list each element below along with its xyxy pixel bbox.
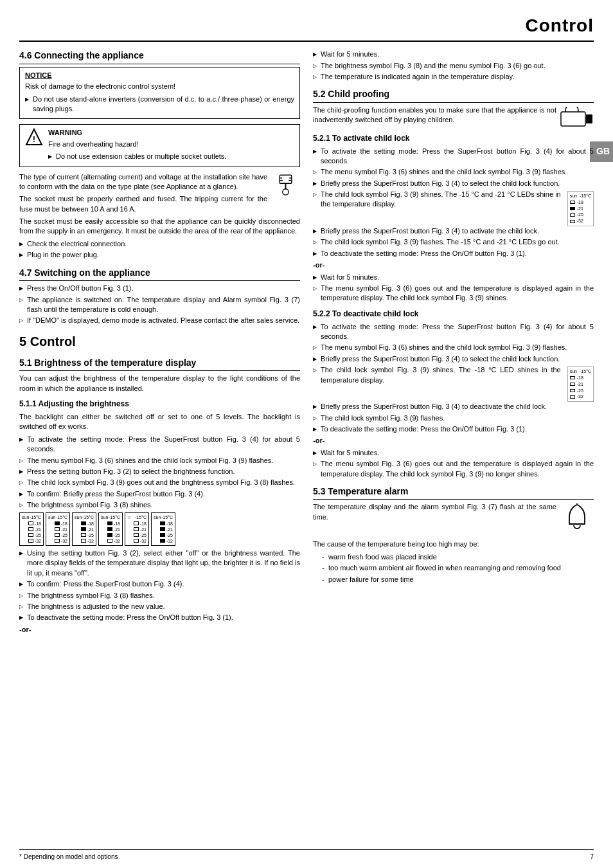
notice-line-1: Risk of damage to the electronic control… — [25, 82, 294, 91]
or-label-511: -or- — [19, 625, 300, 635]
warning-content: WARNING Fire and overheating hazard! Do … — [48, 128, 226, 163]
svg-rect-9 — [561, 112, 585, 126]
s522-after-or-b1: Wait for 5 minutes. — [313, 448, 594, 458]
right-column: Wait for 5 minutes. The brightness symbo… — [313, 50, 594, 641]
heading-521: 5.2.1 To activate child lock — [313, 133, 594, 144]
s511-b4: The child lock symbol Fig. 3 (9) goes ou… — [19, 478, 300, 487]
s511-b6: The brightness symbol Fig. 3 (8) shines. — [19, 500, 300, 510]
heading-52: 5.2 Child proofing — [313, 88, 594, 103]
s511-b2: The menu symbol Fig. 3 (6) shines and th… — [19, 456, 300, 466]
s522-after-or-b2: The menu symbol Fig. 3 (6) goes out and … — [313, 459, 594, 479]
s511-b8: To confirm: Press the SuperFrost button … — [19, 579, 300, 589]
section-53: 5.3 Temperature alarm The temperature di… — [313, 485, 594, 584]
heading-511: 5.1.1 Adjusting the brightness — [19, 399, 300, 410]
s46-para-2: The socket must be properly earthed and … — [19, 194, 300, 214]
s51-para: You can adjust the brightness of the tem… — [19, 374, 300, 393]
s47-filled-1: Press the On/Off button Fig. 3 (1). — [19, 284, 300, 293]
s47-open-1: The appliance is switched on. The temper… — [19, 295, 300, 315]
content-area: 4.6 Connecting the appliance NOTICE Risk… — [19, 50, 594, 641]
section-46: 4.6 Connecting the appliance NOTICE Risk… — [19, 50, 300, 260]
temp-disp-6: sun-15°C -18 -21 -25 -32 — [151, 512, 175, 545]
temp-disp-5: ☆-15°C -18 -21 -25 -32 — [125, 512, 149, 545]
temp-display-row: sun-15°C -18 -21 -25 -32 sun-15°C -18 -2… — [19, 512, 300, 545]
temp-disp-4: sun-15°C -18 -21 -25 -32 — [98, 512, 123, 545]
s511-b7: Using the setting button Fig. 3 (2), sel… — [19, 548, 300, 578]
notice-box: NOTICE Risk of damage to the electronic … — [19, 67, 300, 120]
s47-open-2: If "DEMO" is displayed, demo mode is act… — [19, 316, 300, 325]
s53-para2: The cause of the temperature being too h… — [313, 539, 594, 549]
s522-b4: The child lock symbol Fig. 3 (9) shines.… — [313, 365, 561, 385]
s522-b6: The child lock symbol Fig. 3 (9) flashes… — [313, 413, 594, 423]
heading-46: 4.6 Connecting the appliance — [19, 50, 300, 64]
s521-b4-area: The child lock symbol Fig. 3 (9) shines.… — [313, 190, 594, 226]
s522-b5: Briefly press the SuperFrost button Fig.… — [313, 402, 594, 411]
warning-title: WARNING — [48, 128, 226, 138]
s46-para-3: The socket must be easily accessible so … — [19, 217, 300, 237]
or-label-522: -or- — [313, 436, 594, 446]
child-lock-icon — [560, 107, 594, 127]
s53-intro-area: The temperature display and the alarm sy… — [313, 502, 594, 534]
dash-item-1: warm fresh food was placed inside — [322, 552, 594, 562]
s511-para: The backlight can either be switched off… — [19, 412, 300, 432]
chapter-5-heading: 5 Control — [19, 332, 300, 350]
s521-b7: To deactivate the setting mode: Press th… — [313, 249, 594, 258]
page-title: Control — [525, 13, 594, 38]
warning-triangle-icon: ! — [25, 128, 43, 146]
s511-b3: Press the setting button Fig. 3 (2) to s… — [19, 467, 300, 476]
s521-b3: Briefly press the SuperFrost button Fig.… — [313, 179, 594, 188]
s46-bullet-1: Check the electrical connection. — [19, 239, 300, 249]
svg-rect-10 — [586, 114, 592, 123]
s521-b1: To activate the setting mode: Press the … — [313, 147, 594, 167]
rc-b1: Wait for 5 minutes. — [313, 50, 594, 59]
or-label-521: -or- — [313, 260, 594, 270]
s46-bullet-2: Plug in the power plug. — [19, 250, 300, 260]
s46-para-1: The type of current (alternating current… — [19, 172, 300, 192]
s52-intro-area: The child-proofing function enables you … — [313, 105, 594, 128]
dash-item-3: power failure for some time — [322, 575, 594, 584]
right-col-intro: Wait for 5 minutes. The brightness symbo… — [313, 50, 594, 82]
temp-disp-1: sun-15°C -18 -21 -25 -32 — [19, 512, 44, 545]
s521-b4: The child lock symbol Fig. 3 (9) shines.… — [313, 190, 561, 210]
temp-disp-3: sun-15°C -18 -21 -25 -32 — [72, 512, 96, 545]
s521-b2: The menu symbol Fig. 3 (6) shines and th… — [313, 167, 594, 177]
s522-b3: Briefly press the SuperFrost button Fig.… — [313, 354, 594, 364]
section-47: 4.7 Switching on the appliance Press the… — [19, 267, 300, 326]
section-5: 5 Control — [19, 332, 300, 350]
s52-para: The child-proofing function enables you … — [313, 105, 556, 125]
s522-b4-area: The child lock symbol Fig. 3 (9) shines.… — [313, 365, 594, 402]
warning-icon: ! — [25, 128, 43, 149]
dash-item-2: too much warm ambient air flowed in when… — [322, 563, 594, 573]
s521-after-or-b2: The menu symbol Fig. 3 (6) goes out and … — [313, 284, 594, 303]
footer-note: * Depending on model and options — [19, 853, 118, 862]
section-51: 5.1 Brightness of the temperature displa… — [19, 357, 300, 635]
rc-b2: The brightness symbol Fig. 3 (8) and the… — [313, 61, 594, 71]
s511-b10: The brightness is adjusted to the new va… — [19, 602, 300, 611]
s511-b11: To deactivate the setting mode: Press th… — [19, 613, 300, 622]
s511-b5: To confirm: Briefly press the SuperFrost… — [19, 489, 300, 499]
s521-after-or-b1: Wait for 5 minutes. — [313, 273, 594, 282]
section-52: 5.2 Child proofing The child-proofing fu… — [313, 88, 594, 479]
page-footer: * Depending on model and options 7 — [19, 849, 594, 862]
s511-b9: The brightness symbol Fig. 3 (8) flashes… — [19, 591, 300, 601]
svg-text:!: ! — [33, 134, 35, 144]
temp-disp-2: sun-15°C -18 -21 -25 -32 — [46, 512, 70, 545]
page-header: Control — [19, 13, 594, 42]
s522-b7: To deactivate the setting mode: Press th… — [313, 424, 594, 434]
s46-body: The type of current (alternating current… — [19, 172, 300, 260]
s53-para: The temperature display and the alarm sy… — [313, 502, 556, 522]
page: Control GB 4.6 Connecting the appliance … — [0, 0, 613, 868]
s53-dash-list: warm fresh food was placed inside too mu… — [313, 552, 594, 584]
heading-53: 5.3 Temperature alarm — [313, 485, 594, 500]
temp-ind-right-2: sun-15°C -18 -21 -25 -32 — [567, 366, 594, 402]
s521-b6: The child lock symbol Fig. 3 (9) flashes… — [313, 237, 594, 247]
warning-line-1: Fire and overheating hazard! — [48, 140, 226, 149]
s511-b1: To activate the setting mode: Press the … — [19, 435, 300, 455]
s522-b1: To activate the setting mode: Press the … — [313, 322, 594, 342]
rc-b3: The temperature is indicated again in th… — [313, 72, 594, 82]
bell-icon — [560, 502, 594, 534]
warning-box: ! WARNING Fire and overheating hazard! D… — [19, 124, 300, 167]
warning-bullet-1: Do not use extension cables or multiple … — [48, 152, 226, 161]
heading-522: 5.2.2 To deactivate child lock — [313, 309, 594, 320]
svg-point-4 — [283, 188, 289, 194]
plug-icon — [271, 174, 300, 199]
